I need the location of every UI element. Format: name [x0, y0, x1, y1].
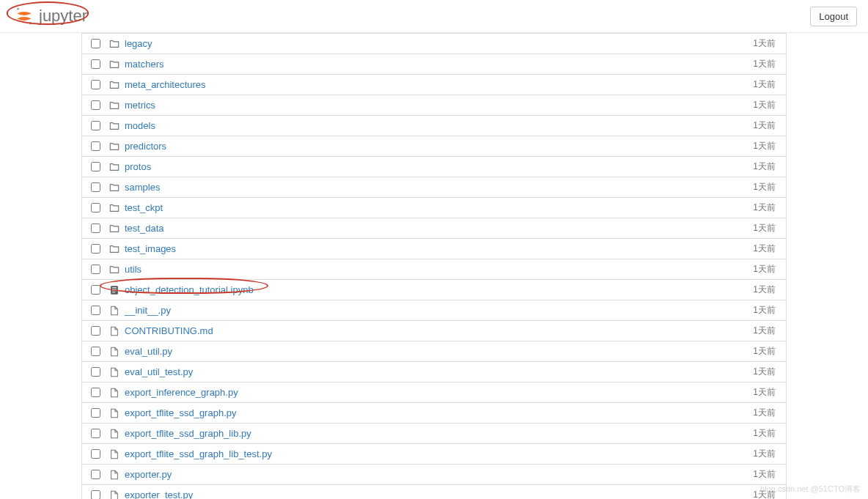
item-link[interactable]: legacy: [125, 38, 753, 49]
item-modified: 1天前: [753, 243, 780, 255]
select-checkbox[interactable]: [91, 285, 100, 295]
item-link[interactable]: test_data: [125, 223, 753, 234]
item-link[interactable]: test_images: [125, 243, 753, 254]
svg-rect-5: [112, 290, 117, 291]
list-item: CONTRIBUTING.md1天前: [81, 320, 787, 341]
select-checkbox[interactable]: [91, 306, 100, 315]
item-modified: 1天前: [753, 489, 780, 499]
file-icon: [109, 449, 119, 459]
select-checkbox[interactable]: [91, 223, 100, 233]
list-item: test_ckpt1天前: [81, 197, 787, 218]
item-link[interactable]: export_inference_graph.py: [125, 387, 753, 398]
select-checkbox[interactable]: [91, 39, 100, 48]
item-link[interactable]: __init__.py: [125, 305, 753, 316]
select-checkbox[interactable]: [91, 182, 100, 192]
list-item: samples1天前: [81, 177, 787, 198]
select-checkbox[interactable]: [91, 326, 100, 336]
select-checkbox[interactable]: [91, 80, 100, 89]
item-link[interactable]: utils: [125, 264, 753, 275]
list-item: eval_util.py1天前: [81, 341, 787, 362]
select-checkbox[interactable]: [91, 121, 100, 130]
file-icon: [109, 326, 119, 336]
item-link[interactable]: meta_architectures: [125, 79, 753, 90]
list-item: object_detection_tutorial.ipynb1天前: [81, 279, 787, 300]
item-link[interactable]: CONTRIBUTING.md: [125, 325, 753, 336]
select-checkbox[interactable]: [91, 141, 100, 151]
select-checkbox[interactable]: [91, 490, 100, 499]
item-link[interactable]: samples: [125, 182, 753, 193]
jupyter-logo[interactable]: jupyter: [14, 6, 87, 26]
list-item: export_inference_graph.py1天前: [81, 382, 787, 403]
folder-icon: [109, 265, 119, 275]
item-link[interactable]: exporter_test.py: [125, 489, 753, 499]
item-link[interactable]: models: [125, 120, 753, 131]
svg-point-1: [29, 22, 32, 25]
logout-button[interactable]: Logout: [810, 7, 857, 26]
list-item: test_data1天前: [81, 218, 787, 239]
item-modified: 1天前: [753, 140, 780, 152]
list-item: __init__.py1天前: [81, 300, 787, 321]
folder-icon: [109, 141, 119, 152]
select-checkbox[interactable]: [91, 59, 100, 69]
file-icon: [109, 347, 119, 357]
svg-rect-3: [112, 287, 117, 288]
item-modified: 1天前: [753, 366, 780, 378]
item-modified: 1天前: [753, 448, 780, 460]
list-item: meta_architectures1天前: [81, 74, 787, 95]
item-link[interactable]: exporter.py: [125, 469, 753, 480]
item-modified: 1天前: [753, 427, 780, 440]
item-modified: 1天前: [753, 58, 780, 70]
select-checkbox[interactable]: [91, 449, 100, 459]
jupyter-icon: [14, 6, 34, 26]
list-item: legacy1天前: [81, 33, 787, 54]
list-item: export_tflite_ssd_graph.py1天前: [81, 402, 787, 424]
folder-icon: [109, 162, 119, 172]
folder-icon: [109, 244, 119, 254]
item-modified: 1天前: [753, 304, 780, 317]
item-modified: 1天前: [753, 202, 780, 214]
file-icon: [109, 470, 119, 480]
list-item: matchers1天前: [81, 53, 787, 75]
select-checkbox[interactable]: [91, 244, 100, 254]
select-checkbox[interactable]: [91, 265, 100, 274]
list-item: exporter.py1天前: [81, 464, 787, 485]
select-checkbox[interactable]: [91, 388, 100, 397]
folder-icon: [109, 182, 119, 193]
list-item: predictors1天前: [81, 136, 787, 157]
item-modified: 1天前: [753, 284, 780, 296]
item-link[interactable]: metrics: [125, 100, 753, 111]
folder-icon: [109, 223, 119, 234]
select-checkbox[interactable]: [91, 203, 100, 212]
item-link[interactable]: export_tflite_ssd_graph.py: [125, 407, 753, 418]
select-checkbox[interactable]: [91, 162, 100, 171]
select-checkbox[interactable]: [91, 100, 100, 110]
item-link[interactable]: export_tflite_ssd_graph_lib.py: [125, 428, 753, 439]
item-modified: 1天前: [753, 181, 780, 193]
select-checkbox[interactable]: [91, 347, 100, 356]
list-item: models1天前: [81, 115, 787, 136]
item-modified: 1天前: [753, 37, 780, 50]
item-link[interactable]: protos: [125, 161, 753, 172]
item-modified: 1天前: [753, 119, 780, 132]
item-link[interactable]: test_ckpt: [125, 202, 753, 213]
list-item: metrics1天前: [81, 95, 787, 116]
select-checkbox[interactable]: [91, 429, 100, 438]
item-link[interactable]: eval_util_test.py: [125, 366, 753, 377]
list-item: export_tflite_ssd_graph_lib_test.py1天前: [81, 443, 787, 465]
logo-wrap: jupyter: [11, 4, 90, 28]
item-modified: 1天前: [753, 78, 780, 91]
folder-icon: [109, 59, 119, 70]
item-modified: 1天前: [753, 160, 780, 173]
item-link[interactable]: predictors: [125, 141, 753, 152]
file-icon: [109, 490, 119, 500]
file-icon: [109, 367, 119, 377]
item-link[interactable]: object_detection_tutorial.ipynb: [125, 284, 753, 295]
item-link[interactable]: eval_util.py: [125, 346, 753, 357]
file-icon: [109, 429, 119, 439]
select-checkbox[interactable]: [91, 470, 100, 479]
item-link[interactable]: export_tflite_ssd_graph_lib_test.py: [125, 448, 753, 459]
select-checkbox[interactable]: [91, 408, 100, 418]
item-link[interactable]: matchers: [125, 59, 753, 70]
header: jupyter Logout: [0, 0, 868, 33]
select-checkbox[interactable]: [91, 367, 100, 377]
